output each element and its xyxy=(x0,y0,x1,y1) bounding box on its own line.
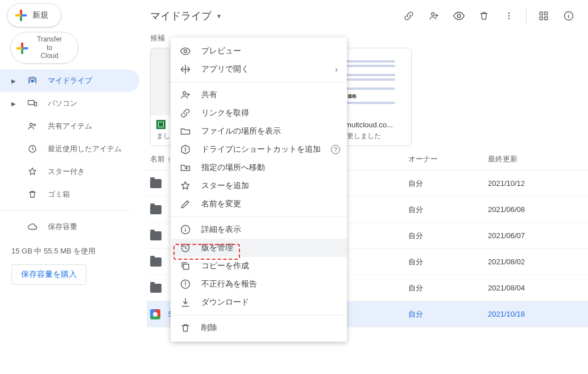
modified-date: 2021/06/08 xyxy=(488,205,585,214)
breadcrumb-label: マイドライブ xyxy=(150,9,212,23)
menu-manage-versions[interactable]: 版を管理 xyxy=(171,239,347,257)
nav-label: 最近使用したアイテム xyxy=(48,144,122,154)
svg-point-6 xyxy=(432,13,434,15)
plus-icon xyxy=(15,10,27,21)
new-label: 新規 xyxy=(32,10,48,20)
star-icon xyxy=(27,167,38,177)
folder-icon xyxy=(150,257,162,267)
transfer-label: TransfertoCloud xyxy=(37,35,62,60)
nav-label: スター付き xyxy=(48,167,85,177)
more-button[interactable] xyxy=(496,3,521,28)
nav-label: パソコン xyxy=(48,98,77,109)
sidebar-item-starred[interactable]: スター付き xyxy=(0,160,139,183)
shortcut-icon xyxy=(180,144,191,155)
owner: 自分 xyxy=(408,231,488,241)
svg-rect-19 xyxy=(184,264,189,269)
delete-button[interactable] xyxy=(471,3,496,28)
new-button[interactable]: 新規 xyxy=(7,3,61,27)
svg-rect-13 xyxy=(540,17,543,20)
menu-show-location[interactable]: ファイルの場所を表示 xyxy=(171,122,347,140)
menu-report-abuse[interactable]: 不正行為を報告 xyxy=(171,275,347,293)
owner: 自分 xyxy=(408,257,488,267)
divider xyxy=(526,8,527,24)
sidebar-item-computers[interactable]: ▶ パソコン xyxy=(0,92,139,115)
toolbar xyxy=(396,3,588,28)
get-link-button[interactable] xyxy=(396,3,421,28)
folder-icon xyxy=(150,284,162,293)
expand-icon[interactable]: ▶ xyxy=(11,101,17,107)
info-icon xyxy=(180,224,191,235)
svg-point-7 xyxy=(457,14,461,18)
expand-icon[interactable]: ▶ xyxy=(11,78,17,84)
menu-download[interactable]: ダウンロード xyxy=(171,293,347,311)
owner: 自分 xyxy=(408,178,488,189)
devices-icon xyxy=(27,98,38,109)
svg-point-16 xyxy=(184,50,187,53)
svg-rect-11 xyxy=(540,12,543,15)
breadcrumb[interactable]: マイドライブ ▼ xyxy=(147,9,396,23)
buy-storage-button[interactable]: 保存容量を購入 xyxy=(11,264,86,285)
eye-icon xyxy=(180,45,191,57)
column-owner[interactable]: オーナー xyxy=(408,154,488,164)
modified-date: 2021/10/18 xyxy=(488,310,585,318)
transfer-to-cloud-button[interactable]: TransfertoCloud xyxy=(10,32,78,64)
menu-delete[interactable]: 削除 xyxy=(171,319,347,337)
caret-down-icon: ▼ xyxy=(216,13,222,19)
menu-get-link[interactable]: リンクを取得 xyxy=(171,104,347,122)
people-icon xyxy=(27,121,38,131)
modified-date: 2021/06/07 xyxy=(488,231,585,240)
storage-usage: 15 GB 中 55.5 MB を使用 xyxy=(11,246,130,256)
menu-move-to[interactable]: 指定の場所へ移動 xyxy=(171,159,347,177)
image-icon xyxy=(150,309,160,319)
svg-point-0 xyxy=(31,80,34,83)
menu-add-star[interactable]: スターを追加 xyxy=(171,177,347,195)
divider xyxy=(0,210,131,211)
sidebar-item-recent[interactable]: 最近使用したアイテム xyxy=(0,138,139,160)
sidebar-item-trash[interactable]: ゴミ箱 xyxy=(0,183,139,206)
move-to-icon xyxy=(180,162,191,173)
sidebar: 新規 TransfertoCloud ▶ マイドライブ ▶ パソコン 共有アイテ… xyxy=(0,0,139,374)
folder-icon xyxy=(150,231,162,240)
header: マイドライブ ▼ xyxy=(147,0,588,32)
cloud-icon xyxy=(27,222,38,232)
owner: 自分 xyxy=(408,205,488,215)
info-button[interactable] xyxy=(556,3,581,28)
folder-icon xyxy=(150,205,162,214)
chevron-right-icon: › xyxy=(335,65,338,74)
nav: ▶ マイドライブ ▶ パソコン 共有アイテム 最近使用したアイテム スター付き xyxy=(0,69,139,206)
drive-icon xyxy=(27,76,38,86)
owner: 自分 xyxy=(408,283,488,293)
history-icon xyxy=(180,242,191,254)
move-icon xyxy=(180,64,191,75)
svg-rect-2 xyxy=(35,102,37,106)
owner: 自分 xyxy=(408,309,488,319)
svg-rect-12 xyxy=(545,12,548,15)
plus-icon xyxy=(16,43,28,54)
grid-view-button[interactable] xyxy=(531,3,556,28)
menu-open-with[interactable]: アプリで開く› xyxy=(171,60,347,78)
menu-add-shortcut[interactable]: ドライブにショートカットを追加? xyxy=(171,140,347,159)
menu-make-copy[interactable]: コピーを作成 xyxy=(171,257,347,275)
star-icon xyxy=(180,180,191,192)
help-icon[interactable]: ? xyxy=(331,145,340,154)
column-modified[interactable]: 最終更新 xyxy=(488,154,585,164)
menu-details[interactable]: 詳細を表示 xyxy=(171,221,347,239)
trash-icon xyxy=(180,322,191,334)
menu-rename[interactable]: 名前を変更 xyxy=(171,195,347,213)
clock-icon xyxy=(27,144,38,154)
context-menu: プレビュー アプリで開く› 共有 リンクを取得 ファイルの場所を表示 ドライブに… xyxy=(171,38,347,342)
menu-share[interactable]: 共有 xyxy=(171,86,347,104)
separator xyxy=(171,82,347,82)
folder-icon xyxy=(150,179,162,188)
sidebar-item-shared[interactable]: 共有アイテム xyxy=(0,115,139,138)
nav-label: ゴミ箱 xyxy=(48,189,70,200)
menu-preview[interactable]: プレビュー xyxy=(171,42,347,60)
storage-label: 保存容量 xyxy=(48,222,77,232)
download-icon xyxy=(180,297,191,308)
preview-button[interactable] xyxy=(446,3,471,28)
svg-point-8 xyxy=(508,13,510,14)
sidebar-item-storage[interactable]: 保存容量 xyxy=(0,215,139,238)
add-user-button[interactable] xyxy=(421,3,446,28)
sidebar-item-my-drive[interactable]: ▶ マイドライブ xyxy=(0,69,139,92)
pencil-icon xyxy=(180,198,191,210)
